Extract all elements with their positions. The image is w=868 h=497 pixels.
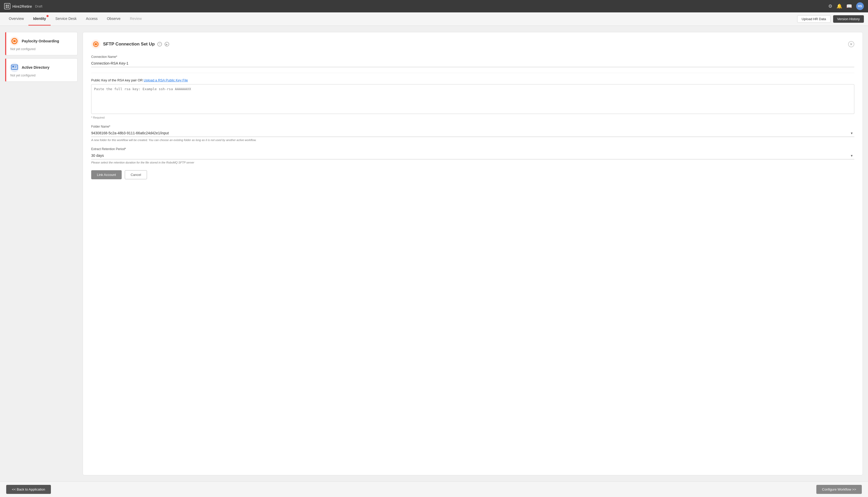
nav-actions: Upload HR Data Version History <box>797 15 864 23</box>
topbar: Hire2Retire Draft ⚙ 🔔 📖 HS <box>0 0 868 12</box>
form-logo-icon <box>91 40 100 49</box>
connection-name-field: Connection Name* <box>91 55 854 67</box>
sftp-logo-svg <box>92 40 100 48</box>
ad-logo-svg <box>10 63 18 72</box>
main-content: Paylocity Onboarding Not yet configured … <box>0 26 868 482</box>
ad-card-status: Not yet configured <box>10 74 73 77</box>
folder-name-select-wrapper: 94308168-5c2a-48b3-9111-66a6c24d42e1/inp… <box>91 129 854 137</box>
form-header-left: SFTP Connection Set Up ? ▶ <box>91 40 169 49</box>
paylocity-card-title: Paylocity Onboarding <box>22 39 59 43</box>
retention-select-wrapper: 7 days 14 days 30 days 60 days 90 days ▼ <box>91 152 854 159</box>
svg-rect-6 <box>11 65 17 70</box>
folder-name-label: Folder Name* <box>91 125 854 128</box>
link-account-button[interactable]: Link Account <box>91 170 122 179</box>
form-panel: SFTP Connection Set Up ? ▶ ✕ Connection … <box>83 32 863 475</box>
sidebar-card-active-directory[interactable]: Active Directory Not yet configured <box>5 58 77 82</box>
paylocity-logo-svg <box>10 37 18 45</box>
tab-service-desk[interactable]: Service Desk <box>51 12 81 26</box>
form-play-icon[interactable]: ▶ <box>165 42 169 46</box>
upload-hr-button[interactable]: Upload HR Data <box>797 15 830 23</box>
topbar-right: ⚙ 🔔 📖 HS <box>828 2 864 10</box>
connection-name-input[interactable] <box>91 60 854 67</box>
active-directory-icon <box>10 63 19 72</box>
app-name: Hire2Retire <box>12 4 32 9</box>
folder-name-select[interactable]: 94308168-5c2a-48b3-9111-66a6c24d42e1/inp… <box>91 129 854 137</box>
tab-identity[interactable]: Identity <box>28 12 51 26</box>
form-help-icon[interactable]: ? <box>157 42 162 46</box>
back-to-application-button[interactable]: << Back to Application <box>6 485 51 494</box>
footer: << Back to Application Configure Workflo… <box>0 482 868 497</box>
svg-rect-11 <box>13 69 16 70</box>
identity-badge <box>46 15 48 17</box>
required-note: * Required <box>91 116 854 119</box>
sidebar-card-ad-header: Active Directory <box>10 63 73 72</box>
configure-workflow-button[interactable]: Configure Workflow >> <box>816 485 862 494</box>
tab-review[interactable]: Review <box>125 12 146 26</box>
form-divider <box>91 73 854 73</box>
app-logo: Hire2Retire <box>4 3 32 9</box>
sidebar-card-paylocity[interactable]: Paylocity Onboarding Not yet configured <box>5 32 77 55</box>
retention-label: Extract Retention Period* <box>91 147 854 151</box>
form-actions: Link Account Cancel <box>91 170 854 179</box>
svg-rect-8 <box>12 66 14 68</box>
rsa-section-label: Public Key of the RSA key pair OR Upload… <box>91 78 854 82</box>
svg-rect-1 <box>8 5 9 6</box>
retention-select[interactable]: 7 days 14 days 30 days 60 days 90 days <box>91 152 854 159</box>
folder-hint: A new folder for this workflow will be c… <box>91 139 854 142</box>
sidebar: Paylocity Onboarding Not yet configured … <box>5 32 77 475</box>
svg-rect-0 <box>6 5 7 6</box>
paylocity-card-status: Not yet configured <box>10 47 73 51</box>
paylocity-icon <box>10 37 19 46</box>
retention-field: Extract Retention Period* 7 days 14 days… <box>91 147 854 164</box>
folder-name-field: Folder Name* 94308168-5c2a-48b3-9111-66a… <box>91 125 854 142</box>
topbar-left: Hire2Retire Draft <box>4 3 42 9</box>
form-title: SFTP Connection Set Up <box>103 42 155 47</box>
svg-rect-2 <box>6 6 7 8</box>
logo-svg <box>5 4 9 8</box>
logo-icon <box>4 3 10 9</box>
nav: Overview Identity Service Desk Access Ob… <box>0 12 868 26</box>
connection-name-label: Connection Name* <box>91 55 854 59</box>
rsa-textarea[interactable] <box>91 84 854 114</box>
rsa-key-field: Public Key of the RSA key pair OR Upload… <box>91 78 854 119</box>
tab-access[interactable]: Access <box>81 12 102 26</box>
app-status: Draft <box>35 4 42 8</box>
form-close-button[interactable]: ✕ <box>848 41 854 47</box>
upload-rsa-link[interactable]: Upload a RSA Public Key File <box>144 78 188 82</box>
notification-icon[interactable]: 🔔 <box>837 3 842 9</box>
tab-observe[interactable]: Observe <box>102 12 125 26</box>
sidebar-card-paylocity-header: Paylocity Onboarding <box>10 37 73 46</box>
tab-overview[interactable]: Overview <box>4 12 28 26</box>
settings-icon[interactable]: ⚙ <box>828 3 833 9</box>
cancel-button[interactable]: Cancel <box>125 170 147 179</box>
ad-card-title: Active Directory <box>22 65 49 70</box>
retention-hint: Please select the retention duration for… <box>91 161 854 164</box>
form-header: SFTP Connection Set Up ? ▶ ✕ <box>91 40 854 49</box>
nav-tabs: Overview Identity Service Desk Access Ob… <box>4 12 146 26</box>
avatar[interactable]: HS <box>856 2 864 10</box>
svg-rect-3 <box>8 6 9 8</box>
version-history-button[interactable]: Version History <box>833 15 864 23</box>
help-icon[interactable]: 📖 <box>846 3 852 9</box>
